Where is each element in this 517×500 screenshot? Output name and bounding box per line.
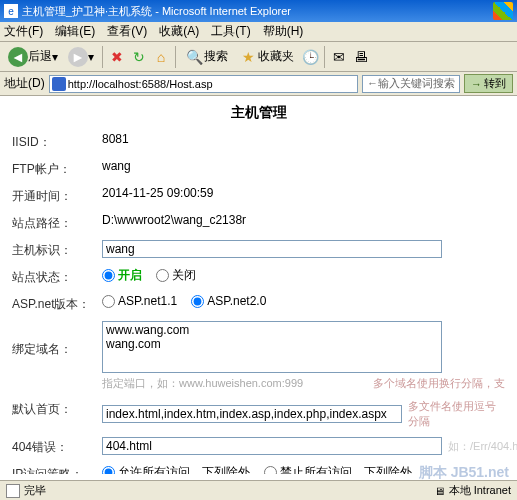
status-done: 完毕 (24, 483, 46, 498)
toolbar: ◄ 后退 ▾ ► ▾ ✖ ↻ ⌂ 🔍 搜索 ★ 收藏夹 🕒 ✉ 🖶 (0, 42, 517, 72)
domain-input[interactable] (102, 321, 442, 373)
menu-file[interactable]: 文件(F) (4, 23, 43, 40)
window-titlebar: e 主机管理_护卫神·主机系统 - Microsoft Internet Exp… (0, 0, 517, 22)
address-input[interactable]: http://localhost:6588/Host.asp (49, 75, 358, 93)
domain-multi-hint: 多个域名使用换行分隔，支 (373, 376, 505, 391)
page-title: 主机管理 (2, 98, 515, 128)
stop-icon[interactable]: ✖ (107, 47, 127, 67)
ippolicy-label: IP访问策略： (12, 464, 102, 474)
back-label: 后退 (28, 48, 52, 65)
go-button[interactable]: → 转到 (464, 74, 513, 93)
ippolicy-allow-radio[interactable]: 允许所有访问，下列除外 (102, 464, 250, 474)
forward-icon: ► (68, 47, 88, 67)
status-zone: 本地 Intranet (449, 483, 511, 498)
menubar: 文件(F) 编辑(E) 查看(V) 收藏(A) 工具(T) 帮助(H) (0, 22, 517, 42)
menu-view[interactable]: 查看(V) (107, 23, 147, 40)
hostid-input[interactable] (102, 240, 442, 258)
separator (102, 46, 103, 68)
forward-button[interactable]: ► ▾ (64, 45, 98, 69)
favorites-button[interactable]: ★ 收藏夹 (234, 45, 298, 69)
aspnet20-radio[interactable]: ASP.net2.0 (191, 294, 266, 308)
chevron-down-icon: ▾ (88, 50, 94, 64)
mail-icon[interactable]: ✉ (329, 47, 349, 67)
status-on-radio[interactable]: 开启 (102, 267, 142, 284)
statusbar: 完毕 🖥 本地 Intranet (0, 480, 517, 500)
aspnet-label: ASP.net版本： (12, 294, 102, 313)
domain-port-hint: 指定端口，如：www.huweishen.com:999 (102, 377, 303, 389)
ftp-label: FTP帐户： (12, 159, 102, 178)
default-label: 默认首页： (12, 399, 102, 418)
search-button[interactable]: 🔍 搜索 (180, 45, 232, 69)
error404-hint: 如：/Err/404.html (448, 439, 517, 454)
menu-tools[interactable]: 工具(T) (211, 23, 250, 40)
windows-logo-icon (493, 2, 513, 20)
go-arrow-icon: → (471, 78, 482, 90)
address-url: http://localhost:6588/Host.asp (68, 78, 213, 90)
default-hint: 多文件名使用逗号分隔 (408, 399, 505, 429)
zone-icon: 🖥 (434, 485, 445, 497)
print-icon[interactable]: 🖶 (351, 47, 371, 67)
iisid-value: 8081 (102, 132, 505, 146)
ippolicy-deny-radio[interactable]: 禁止所有访问，下列除外 (264, 464, 412, 474)
sitepath-value: D:\wwwroot2\wang_c2138r (102, 213, 505, 227)
go-label: 转到 (484, 76, 506, 91)
menu-help[interactable]: 帮助(H) (263, 23, 304, 40)
search-icon: 🔍 (184, 47, 204, 67)
separator (324, 46, 325, 68)
home-icon[interactable]: ⌂ (151, 47, 171, 67)
back-icon: ◄ (8, 47, 28, 67)
menu-favorites[interactable]: 收藏(A) (159, 23, 199, 40)
ftp-value: wang (102, 159, 505, 173)
star-icon: ★ (238, 47, 258, 67)
history-icon[interactable]: 🕒 (300, 47, 320, 67)
hostid-label: 主机标识： (12, 240, 102, 259)
error404-input[interactable] (102, 437, 442, 455)
window-title: 主机管理_护卫神·主机系统 - Microsoft Internet Explo… (22, 4, 493, 19)
chevron-down-icon: ▾ (52, 50, 58, 64)
default-input[interactable] (102, 405, 402, 423)
done-icon (6, 484, 20, 498)
ie-icon: e (4, 4, 18, 18)
refresh-icon[interactable]: ↻ (129, 47, 149, 67)
search-label: 搜索 (204, 48, 228, 65)
addressbar: 地址(D) http://localhost:6588/Host.asp ←输入… (0, 72, 517, 96)
page-content: 主机管理 IISID： 8081 FTP帐户： wang 开通时间： 2014-… (0, 96, 517, 474)
status-off-radio[interactable]: 关闭 (156, 267, 196, 284)
opentime-label: 开通时间： (12, 186, 102, 205)
domain-label: 绑定域名： (12, 321, 102, 358)
sitepath-label: 站点路径： (12, 213, 102, 232)
iisid-label: IISID： (12, 132, 102, 151)
sitestatus-label: 站点状态： (12, 267, 102, 286)
opentime-value: 2014-11-25 09:00:59 (102, 186, 505, 200)
error404-label: 404错误： (12, 437, 102, 456)
ie-page-icon (52, 77, 66, 91)
favorites-label: 收藏夹 (258, 48, 294, 65)
separator (175, 46, 176, 68)
aspnet11-radio[interactable]: ASP.net1.1 (102, 294, 177, 308)
search-hint[interactable]: ←输入关键词搜索 (362, 75, 460, 93)
menu-edit[interactable]: 编辑(E) (55, 23, 95, 40)
back-button[interactable]: ◄ 后退 ▾ (4, 45, 62, 69)
address-label: 地址(D) (4, 75, 45, 92)
